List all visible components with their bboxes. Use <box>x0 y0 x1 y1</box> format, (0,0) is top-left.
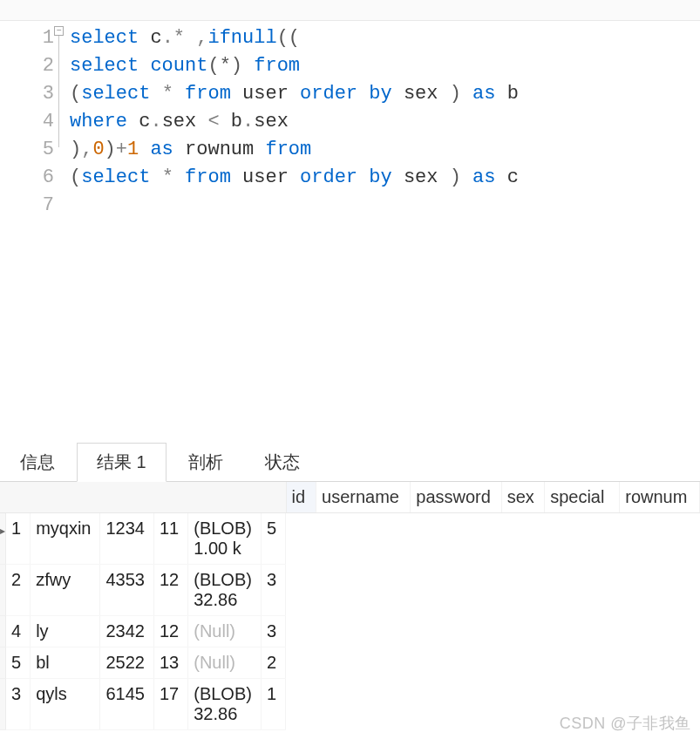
cell-rownum[interactable]: 3 <box>261 565 285 616</box>
code-line[interactable]: where c.sex < b.sex <box>70 108 700 136</box>
column-header-rownum[interactable]: rownum <box>620 482 700 513</box>
fold-guide-line <box>58 36 59 147</box>
column-header-special[interactable]: special <box>545 482 620 513</box>
cell-password[interactable]: 1234 <box>100 513 154 565</box>
cell-password[interactable]: 4353 <box>100 565 154 616</box>
cell-username[interactable]: bl <box>31 647 100 679</box>
cell-id[interactable]: 5 <box>6 647 31 679</box>
result-tabs: 信息结果 1剖析状态 <box>0 437 700 482</box>
table-row[interactable]: 5bl252213(Null)2 <box>0 647 286 679</box>
table-row[interactable]: 3qyls614517(BLOB) 32.861 <box>0 679 286 730</box>
code-line[interactable]: (select * from user order by sex ) as c <box>70 164 700 192</box>
cell-id[interactable]: 3 <box>6 679 31 730</box>
tab-1[interactable]: 结果 1 <box>77 443 167 482</box>
code-line[interactable]: select count(*) from <box>70 52 700 80</box>
column-header-password[interactable]: password <box>411 482 501 513</box>
cell-special[interactable]: (BLOB) 32.86 <box>188 679 262 730</box>
code-line[interactable]: select c.* ,ifnull(( <box>70 24 700 52</box>
line-number: 1 <box>0 24 54 52</box>
cell-special[interactable]: (BLOB) 32.86 <box>188 565 262 616</box>
cell-sex[interactable]: 17 <box>153 679 187 730</box>
cell-special[interactable]: (Null) <box>188 647 262 679</box>
cell-rownum[interactable]: 1 <box>261 679 285 730</box>
table-row[interactable]: 4ly234212(Null)3 <box>0 616 286 647</box>
cell-sex[interactable]: 13 <box>153 647 187 679</box>
table-header-row: id username password sex special rownum <box>0 482 700 513</box>
fold-toggle-icon[interactable]: − <box>54 26 64 36</box>
line-number: 7 <box>0 192 54 220</box>
cell-id[interactable]: 1 <box>6 513 31 565</box>
line-number: 4 <box>0 108 54 136</box>
toolbar <box>0 0 700 21</box>
cell-special[interactable]: (Null) <box>188 616 262 647</box>
tab-0[interactable]: 信息 <box>0 443 75 481</box>
cell-username[interactable]: ly <box>31 616 100 647</box>
line-number: 2 <box>0 52 54 80</box>
line-number: 6 <box>0 164 54 192</box>
cell-username[interactable]: myqxin <box>31 513 100 565</box>
table-row[interactable]: 2zfwy435312(BLOB) 32.863 <box>0 565 286 616</box>
cell-rownum[interactable]: 5 <box>261 513 285 565</box>
cell-special[interactable]: (BLOB) 1.00 k <box>188 513 262 565</box>
row-handle-header <box>0 482 286 513</box>
cell-password[interactable]: 2342 <box>100 616 154 647</box>
code-line[interactable] <box>70 192 700 220</box>
cell-username[interactable]: zfwy <box>31 565 100 616</box>
column-header-id[interactable]: id <box>286 482 316 513</box>
line-number: 5 <box>0 136 54 164</box>
cell-id[interactable]: 2 <box>6 565 31 616</box>
tab-2[interactable]: 剖析 <box>168 443 243 481</box>
cell-sex[interactable]: 11 <box>153 513 187 565</box>
tab-3[interactable]: 状态 <box>245 443 320 481</box>
cell-id[interactable]: 4 <box>6 616 31 647</box>
cell-rownum[interactable]: 3 <box>261 616 285 647</box>
column-header-sex[interactable]: sex <box>501 482 544 513</box>
code-line[interactable]: (select * from user order by sex ) as b <box>70 80 700 108</box>
result-table[interactable]: id username password sex special rownum … <box>0 482 700 730</box>
sql-editor[interactable]: − 1234567 select c.* ,ifnull((select cou… <box>0 21 700 437</box>
table-row[interactable]: ▸1myqxin123411(BLOB) 1.00 k5 <box>0 513 286 565</box>
code-line[interactable]: ),0)+1 as rownum from <box>70 136 700 164</box>
cell-sex[interactable]: 12 <box>153 616 187 647</box>
line-number-gutter: − 1234567 <box>0 21 63 437</box>
cell-sex[interactable]: 12 <box>153 565 187 616</box>
cell-password[interactable]: 6145 <box>100 679 154 730</box>
cell-username[interactable]: qyls <box>31 679 100 730</box>
cell-password[interactable]: 2522 <box>100 647 154 679</box>
cell-rownum[interactable]: 2 <box>261 647 285 679</box>
line-number: 3 <box>0 80 54 108</box>
column-header-username[interactable]: username <box>316 482 411 513</box>
code-area[interactable]: select c.* ,ifnull((select count(*) from… <box>63 21 700 437</box>
